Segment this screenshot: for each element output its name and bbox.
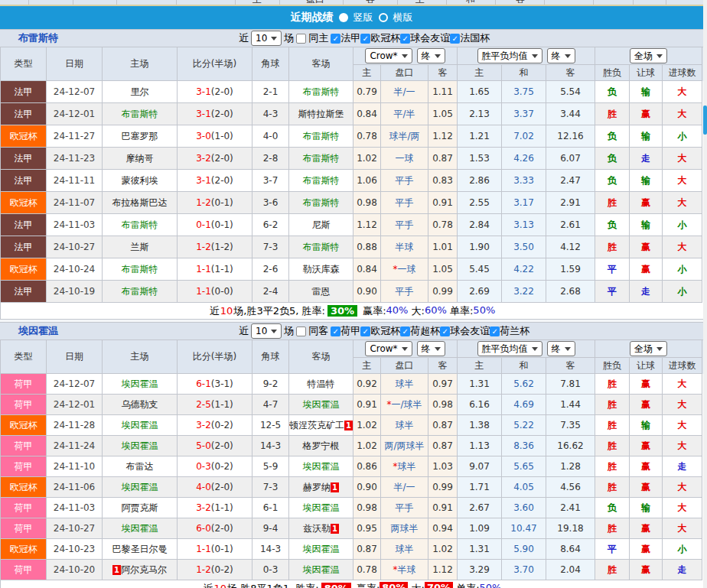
divider bbox=[235, 0, 236, 6]
type-badge: 欧冠杯 bbox=[1, 477, 47, 498]
team-link[interactable]: 埃因霍温 bbox=[122, 440, 158, 453]
team-link[interactable]: 布拉格斯巴达 bbox=[112, 197, 168, 210]
team-link[interactable]: 埃因霍温 bbox=[122, 378, 158, 391]
stat-label: 单率: bbox=[447, 304, 474, 318]
team-link[interactable]: 埃因霍温 bbox=[122, 522, 158, 535]
divider bbox=[633, 0, 634, 6]
scope-select-2[interactable]: 全场 bbox=[630, 341, 667, 356]
team-name: 阿尔克马尔 bbox=[121, 564, 167, 575]
filter-checkbox[interactable]: ✓ bbox=[490, 326, 500, 336]
team-link[interactable]: 布雷斯特 bbox=[303, 197, 340, 210]
scrollbar-track[interactable] bbox=[703, 0, 707, 588]
team-link[interactable]: 埃因霍温 bbox=[122, 419, 158, 432]
team-link[interactable]: 埃因霍温 bbox=[303, 502, 340, 515]
avg-away-cell: 2.04 bbox=[546, 560, 595, 580]
team-link[interactable]: 布雷斯特 bbox=[303, 86, 340, 99]
team-link[interactable]: 埃因霍温 bbox=[303, 543, 340, 556]
record-summary-1: 近10场,胜3平2负5, 胜率: 30% 赢率:40% 大:60% 单率:50% bbox=[1, 303, 704, 320]
team-link[interactable]: 格罗宁根 bbox=[303, 440, 340, 453]
chevron-down-icon bbox=[532, 347, 538, 351]
handicap-result-cell: 输 bbox=[630, 498, 663, 518]
same-venue-checkbox-1[interactable] bbox=[296, 34, 306, 44]
odds-home-cell: 1.02 bbox=[354, 148, 381, 170]
odds-time-select-1[interactable]: 终 bbox=[417, 48, 445, 63]
team-link[interactable]: 布雷斯特 bbox=[303, 152, 340, 165]
team-link[interactable]: 斯特拉斯堡 bbox=[298, 108, 344, 121]
goals-result-cell: 大 bbox=[663, 103, 702, 125]
team-link[interactable]: 顿涅茨克矿工1 bbox=[289, 419, 353, 432]
team-link[interactable]: 布雷斯特 bbox=[122, 219, 158, 232]
team-link[interactable]: 乌德勒支 bbox=[122, 398, 158, 411]
filter-checkbox[interactable]: ✓ bbox=[331, 34, 340, 44]
date-cell: 24-10-23 bbox=[47, 539, 103, 560]
team-link[interactable]: 兰斯 bbox=[131, 241, 149, 254]
clipped-label: 和 bbox=[466, 0, 475, 6]
team-link[interactable]: 阿贾克斯 bbox=[122, 502, 158, 515]
team-link[interactable]: 埃因霍温 bbox=[303, 398, 340, 411]
avg-select-1[interactable]: 胜平负均值 bbox=[477, 48, 542, 63]
goals-result-cell: 大 bbox=[663, 374, 702, 395]
filter-checkbox[interactable]: ✓ bbox=[450, 34, 460, 44]
avg-home-cell: 1.71 bbox=[458, 477, 502, 498]
odds-company-select-2[interactable]: Crow* bbox=[365, 341, 412, 356]
half-time-score: (1-1) bbox=[211, 502, 233, 513]
goals-result-cell: 大 bbox=[663, 477, 702, 498]
team-link[interactable]: 布雷斯特 bbox=[122, 285, 158, 298]
team-link[interactable]: 特温特 bbox=[308, 378, 335, 391]
match-count-select-2[interactable]: 10 bbox=[251, 323, 282, 339]
team-link[interactable]: 勒沃库森 bbox=[303, 263, 340, 276]
team-link[interactable]: 蒙彼利埃 bbox=[122, 174, 158, 187]
avg-home-cell: 1.38 bbox=[458, 415, 502, 436]
team-link[interactable]: 兹沃勒1 bbox=[303, 522, 339, 535]
team-link[interactable]: 布雷斯特 bbox=[303, 130, 340, 143]
odds-company-select-1[interactable]: Crow* bbox=[365, 48, 412, 63]
team-link[interactable]: 埃因霍温 bbox=[303, 564, 340, 577]
filter-checkbox[interactable]: ✓ bbox=[440, 326, 450, 336]
team-link[interactable]: 布雷斯特 bbox=[303, 241, 340, 254]
away-team-cell: 斯特拉斯堡 bbox=[289, 103, 354, 125]
layout-radio-horizontal-icon[interactable] bbox=[379, 13, 388, 22]
team-name: 埃因霍温 bbox=[303, 461, 340, 472]
avg-draw-cell: 5.62 bbox=[502, 374, 546, 395]
filter-checkbox[interactable]: ✓ bbox=[400, 34, 410, 44]
stat-value: 50% bbox=[480, 582, 502, 588]
team-link[interactable]: 布雷斯特 bbox=[303, 174, 340, 187]
avg-time-select-1[interactable]: 终 bbox=[547, 48, 575, 63]
odds-time-select-2[interactable]: 终 bbox=[417, 341, 445, 356]
score-cell: 1-1(0-1) bbox=[178, 539, 252, 560]
score-cell: 1-1(0-0) bbox=[178, 281, 252, 303]
odds-home-cell: 0.84 bbox=[354, 103, 381, 125]
filter-checkbox[interactable]: ✓ bbox=[360, 34, 370, 44]
same-venue-checkbox-2[interactable] bbox=[296, 326, 306, 336]
avg-time-select-2[interactable]: 终 bbox=[547, 341, 575, 356]
scope-select-1[interactable]: 全场 bbox=[630, 48, 667, 63]
team-link[interactable]: 赫罗纳1 bbox=[303, 481, 339, 494]
team-link[interactable]: 布雷达 bbox=[126, 460, 154, 473]
team-link[interactable]: 尼斯 bbox=[312, 219, 331, 232]
team-link[interactable]: 雷恩 bbox=[312, 285, 331, 298]
chevron-down-icon bbox=[402, 54, 408, 58]
team-link[interactable]: 里尔 bbox=[131, 86, 149, 99]
team-link[interactable]: 布雷斯特 bbox=[122, 108, 158, 121]
scrollbar-thumb[interactable] bbox=[703, 106, 707, 135]
away-team-cell: 顿涅茨克矿工1 bbox=[289, 415, 354, 436]
team-link[interactable]: 巴黎圣日尔曼 bbox=[112, 543, 168, 556]
team-link[interactable]: 1阿尔克马尔 bbox=[112, 564, 167, 577]
team-link[interactable]: 布雷斯特 bbox=[122, 263, 158, 276]
layout-radio-vertical-icon[interactable] bbox=[339, 13, 348, 22]
team-link[interactable]: 埃因霍温 bbox=[122, 481, 158, 494]
home-team-cell: 蒙彼利埃 bbox=[103, 170, 178, 192]
filter-checkbox[interactable]: ✓ bbox=[400, 326, 410, 336]
team-link[interactable]: 摩纳哥 bbox=[126, 152, 154, 165]
result-cell: 负 bbox=[595, 498, 630, 518]
match-count-select-1[interactable]: 10 bbox=[251, 31, 282, 46]
avg-away-cell: 2.47 bbox=[546, 170, 595, 192]
team-link[interactable]: 巴塞罗那 bbox=[122, 130, 158, 143]
corner-cell: 2-1 bbox=[252, 81, 289, 103]
filter-checkbox[interactable]: ✓ bbox=[331, 326, 340, 336]
avg-select-2[interactable]: 胜平负均值 bbox=[477, 341, 542, 356]
layout-radio-horizontal-label[interactable]: 横版 bbox=[393, 11, 413, 24]
layout-radio-vertical-label[interactable]: 竖版 bbox=[354, 11, 373, 24]
filter-checkbox[interactable]: ✓ bbox=[360, 326, 370, 336]
team-link[interactable]: 埃因霍温 bbox=[303, 460, 340, 473]
